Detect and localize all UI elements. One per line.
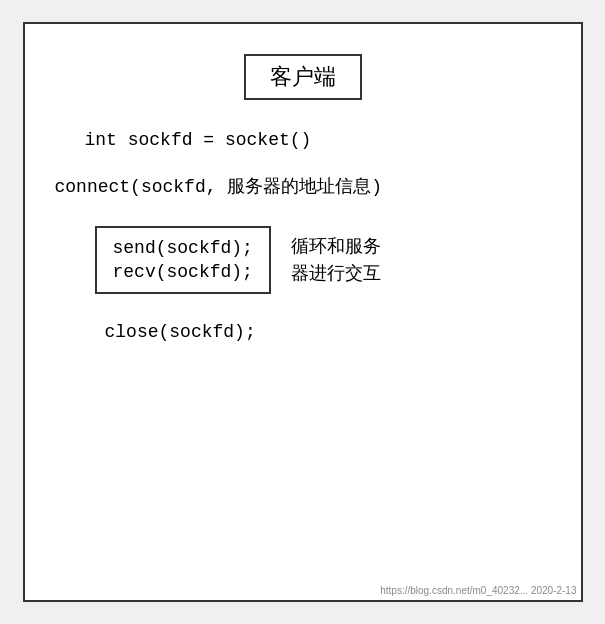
title-box: 客户端 <box>244 54 362 100</box>
diagram-container: 客户端 int sockfd = socket() connect(sockfd… <box>23 22 583 602</box>
connect-line: connect(sockfd, 服务器的地址信息) <box>55 174 383 198</box>
watermark: https://blog.csdn.net/m0_40232... 2020-2… <box>380 585 576 596</box>
loop-label: 循环和服务 器进行交互 <box>291 233 381 287</box>
loop-section: send(sockfd); recv(sockfd); 循环和服务 器进行交互 <box>55 226 381 294</box>
recv-line: recv(sockfd); <box>113 262 253 282</box>
loop-label-line2: 器进行交互 <box>291 260 381 287</box>
send-line: send(sockfd); <box>113 238 253 258</box>
send-recv-box: send(sockfd); recv(sockfd); <box>95 226 271 294</box>
socket-line: int sockfd = socket() <box>55 130 312 150</box>
loop-label-line1: 循环和服务 <box>291 233 381 260</box>
diagram-title: 客户端 <box>270 64 336 89</box>
close-line: close(sockfd); <box>55 322 256 342</box>
